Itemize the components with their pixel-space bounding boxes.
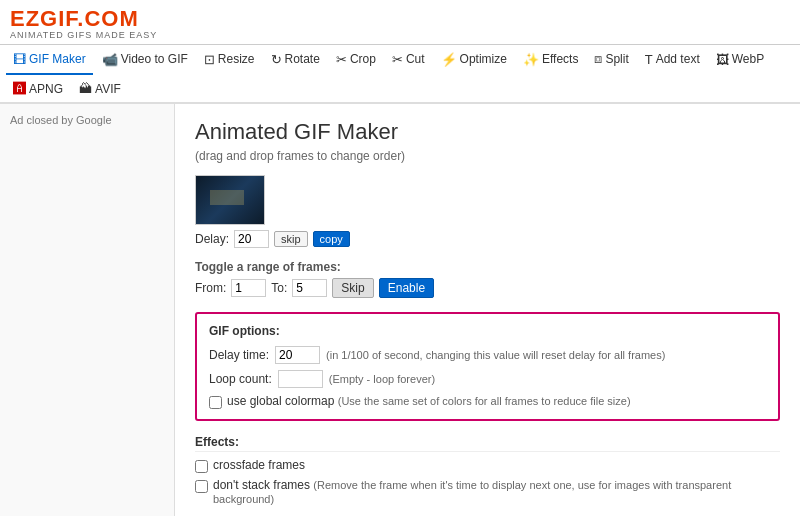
resize-icon: ⊡ [204, 52, 215, 67]
gif-delay-label: Delay time: [209, 348, 269, 362]
to-input[interactable] [292, 279, 327, 297]
from-input[interactable] [231, 279, 266, 297]
page-subtitle: (drag and drop frames to change order) [195, 149, 780, 163]
avif-icon: 🏔 [79, 81, 92, 96]
nav-bar: 🎞 GIF Maker 📹 Video to GIF ⊡ Resize ↻ Ro… [0, 45, 800, 104]
nav-cut[interactable]: ✂ Cut [385, 46, 432, 75]
toggle-enable-button[interactable]: Enable [379, 278, 434, 298]
video-to-gif-icon: 📹 [102, 52, 118, 67]
delay-input[interactable] [234, 230, 269, 248]
effects-title: Effects: [195, 435, 780, 452]
cut-icon: ✂ [392, 52, 403, 67]
toggle-range-row: From: To: Skip Enable [195, 278, 780, 298]
toggle-range-label: Toggle a range of frames: [195, 260, 780, 274]
gif-loop-label: Loop count: [209, 372, 272, 386]
sidebar: Ad closed by Google [0, 104, 175, 516]
gif-maker-icon: 🎞 [13, 52, 26, 67]
nav-webp[interactable]: 🖼 WebP [709, 46, 771, 75]
gif-delay-row: Delay time: (in 1/100 of second, changin… [209, 346, 766, 364]
tagline: ANIMATED GIFS MADE EASY [10, 30, 790, 40]
toggle-skip-button[interactable]: Skip [332, 278, 373, 298]
crop-icon: ✂ [336, 52, 347, 67]
logo: EZGIF.COM [10, 6, 790, 32]
nav-add-text[interactable]: T Add text [638, 46, 707, 75]
crossfade-label[interactable]: crossfade frames [213, 458, 305, 472]
crossfade-checkbox[interactable] [195, 460, 208, 473]
webp-icon: 🖼 [716, 52, 729, 67]
gif-options-box: GIF options: Delay time: (in 1/100 of se… [195, 312, 780, 421]
frame-thumb-inner [196, 176, 264, 224]
skip-button[interactable]: skip [274, 231, 308, 247]
frame-thumbnail [195, 175, 265, 225]
colormap-checkbox[interactable] [209, 396, 222, 409]
nav-apng[interactable]: 🅰 APNG [6, 75, 70, 104]
no-stack-label[interactable]: don't stack frames (Remove the frame whe… [213, 478, 780, 506]
layout: Ad closed by Google Animated GIF Maker (… [0, 104, 800, 516]
split-icon: ⧈ [594, 51, 602, 67]
page-title: Animated GIF Maker [195, 119, 780, 145]
nav-gif-maker[interactable]: 🎞 GIF Maker [6, 46, 93, 75]
frame-delay-row: Delay: skip copy [195, 230, 350, 248]
from-label: From: [195, 281, 226, 295]
toggle-range-section: Toggle a range of frames: From: To: Skip… [195, 260, 780, 298]
gif-delay-note: (in 1/100 of second, changing this value… [326, 349, 665, 361]
nav-crop[interactable]: ✂ Crop [329, 46, 383, 75]
effects-section: Effects: crossfade frames don't stack fr… [195, 435, 780, 506]
optimize-icon: ⚡ [441, 52, 457, 67]
nav-effects[interactable]: ✨ Effects [516, 46, 585, 75]
nav-optimize[interactable]: ⚡ Optimize [434, 46, 514, 75]
colormap-label[interactable]: use global colormap (Use the same set of… [227, 394, 631, 408]
gif-delay-input[interactable] [275, 346, 320, 364]
gif-options-title: GIF options: [209, 324, 766, 338]
add-text-icon: T [645, 52, 653, 67]
frame-container: Delay: skip copy [195, 175, 780, 248]
delay-label: Delay: [195, 232, 229, 246]
no-stack-row: don't stack frames (Remove the frame whe… [195, 478, 780, 506]
gif-loop-row: Loop count: (Empty - loop forever) [209, 370, 766, 388]
header: EZGIF.COM ANIMATED GIFS MADE EASY [0, 0, 800, 45]
effects-icon: ✨ [523, 52, 539, 67]
nav-resize[interactable]: ⊡ Resize [197, 46, 262, 75]
rotate-icon: ↻ [271, 52, 282, 67]
gif-loop-input[interactable] [278, 370, 323, 388]
to-label: To: [271, 281, 287, 295]
nav-avif[interactable]: 🏔 AVIF [72, 75, 128, 104]
nav-rotate[interactable]: ↻ Rotate [264, 46, 327, 75]
gif-loop-note: (Empty - loop forever) [329, 373, 435, 385]
apng-icon: 🅰 [13, 81, 26, 96]
gif-colormap-row: use global colormap (Use the same set of… [209, 394, 766, 409]
main-content: Animated GIF Maker (drag and drop frames… [175, 104, 800, 516]
nav-split[interactable]: ⧈ Split [587, 45, 635, 75]
copy-button[interactable]: copy [313, 231, 350, 247]
sidebar-ad-text: Ad closed by Google [10, 114, 112, 126]
colormap-note: (Use the same set of colors for all fram… [338, 395, 631, 407]
no-stack-checkbox[interactable] [195, 480, 208, 493]
crossfade-row: crossfade frames [195, 458, 780, 473]
nav-video-to-gif[interactable]: 📹 Video to GIF [95, 46, 195, 75]
